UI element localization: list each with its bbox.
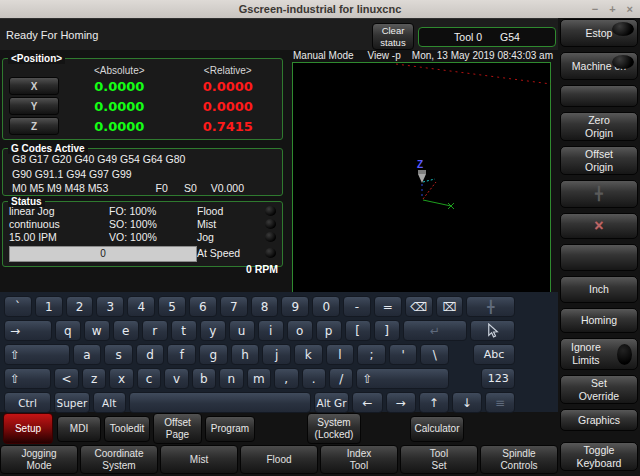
- axis-y-button[interactable]: Y: [9, 97, 59, 115]
- key-b[interactable]: b: [192, 368, 216, 389]
- key-slash[interactable]: /: [329, 368, 353, 389]
- key-2[interactable]: 2: [66, 296, 94, 317]
- key-e[interactable]: e: [113, 320, 139, 341]
- flood-button[interactable]: Flood: [240, 445, 318, 474]
- key-f[interactable]: f: [167, 344, 196, 365]
- sidebar-button-inch[interactable]: Inch: [560, 276, 638, 303]
- key-p[interactable]: p: [316, 320, 342, 341]
- key-d[interactable]: d: [136, 344, 165, 365]
- key-5[interactable]: 5: [158, 296, 186, 317]
- key-arrow-left[interactable]: ←: [352, 392, 382, 413]
- key-menu[interactable]: ≡: [485, 392, 515, 413]
- key-z[interactable]: z: [82, 368, 106, 389]
- sidebar-button-offset-origin[interactable]: Offset Origin: [560, 146, 638, 175]
- key-shift[interactable]: ⇧: [4, 368, 51, 389]
- key-y[interactable]: y: [200, 320, 226, 341]
- key-t[interactable]: t: [171, 320, 197, 341]
- key-period[interactable]: .: [302, 368, 326, 389]
- key-alt[interactable]: Alt: [93, 392, 126, 413]
- minimize-icon[interactable]: −: [592, 3, 598, 15]
- key-123[interactable]: 123: [481, 368, 514, 389]
- key-comma[interactable]: ,: [274, 368, 298, 389]
- key-symbol[interactable]: Alt Gr: [314, 392, 350, 413]
- key-cursor[interactable]: [470, 320, 515, 341]
- key-arrow-right[interactable]: →: [386, 392, 416, 413]
- key-delete[interactable]: ⌧: [436, 296, 464, 317]
- key-s[interactable]: s: [104, 344, 133, 365]
- sidebar-button-ignore-limits[interactable]: Ignore Limits: [560, 338, 638, 370]
- key-space[interactable]: [129, 392, 311, 413]
- key-4[interactable]: 4: [127, 296, 155, 317]
- key-h[interactable]: h: [231, 344, 260, 365]
- calculator-button[interactable]: Calculator: [410, 416, 464, 442]
- key-ctrl[interactable]: Ctrl: [4, 392, 51, 413]
- index-tool-button[interactable]: Index Tool: [320, 445, 398, 474]
- coordinate-system-button[interactable]: Coordinate System: [80, 445, 158, 474]
- key-o[interactable]: o: [287, 320, 313, 341]
- key-caps-lock[interactable]: ⇧: [4, 344, 70, 365]
- key-arrow-down[interactable]: ↓: [452, 392, 482, 413]
- sidebar-button-zero-origin[interactable]: Zero Origin: [560, 112, 638, 141]
- tooledit-button[interactable]: Tooledit: [104, 416, 150, 442]
- sidebar-button-blank-2[interactable]: [560, 244, 638, 271]
- key-equals[interactable]: =: [374, 296, 402, 317]
- system-button[interactable]: System (Locked): [307, 413, 361, 444]
- key-semicolon[interactable]: ;: [357, 344, 386, 365]
- close-icon[interactable]: ×: [627, 3, 633, 15]
- key-abc[interactable]: Abc: [473, 344, 515, 365]
- key-v[interactable]: v: [164, 368, 188, 389]
- key-q[interactable]: q: [55, 320, 81, 341]
- key-super[interactable]: Super: [54, 392, 90, 413]
- axis-z-button[interactable]: Z: [9, 117, 59, 135]
- sidebar-button-estop[interactable]: Estop: [560, 19, 638, 47]
- sidebar-button-homing[interactable]: Homing: [560, 308, 638, 333]
- mdi-button[interactable]: MDI: [57, 416, 101, 442]
- key-shift[interactable]: ⇧: [356, 368, 448, 389]
- clear-status-button[interactable]: Clear status: [372, 23, 414, 50]
- spindle-controls-button[interactable]: Spindle Controls: [480, 445, 558, 474]
- key-1[interactable]: 1: [35, 296, 63, 317]
- key-9[interactable]: 9: [281, 296, 309, 317]
- key-x[interactable]: x: [109, 368, 133, 389]
- key-apostrophe[interactable]: ': [389, 344, 418, 365]
- key-minus[interactable]: -: [343, 296, 371, 317]
- key-enter[interactable]: ↵: [403, 320, 467, 341]
- key-bracket-right[interactable]: ]: [374, 320, 400, 341]
- key-backtick[interactable]: `: [4, 296, 32, 317]
- key-backspace[interactable]: ⌫: [405, 296, 433, 317]
- tool-set-button[interactable]: Tool Set: [400, 445, 478, 474]
- gremlin-3d-view[interactable]: Z: [292, 62, 551, 293]
- program-button[interactable]: Program: [205, 416, 255, 442]
- sidebar-button-cancel[interactable]: ×: [560, 213, 638, 239]
- key-a[interactable]: a: [73, 344, 102, 365]
- key-move[interactable]: ╋: [466, 296, 515, 317]
- maximize-icon[interactable]: +: [609, 3, 615, 15]
- key-6[interactable]: 6: [189, 296, 217, 317]
- sidebar-button-toggle-keyboard[interactable]: Toggle Keyboard: [560, 442, 638, 471]
- key-l[interactable]: l: [326, 344, 355, 365]
- key-7[interactable]: 7: [220, 296, 248, 317]
- key-n[interactable]: n: [219, 368, 243, 389]
- sidebar-button-blank-1[interactable]: [560, 85, 638, 107]
- key-0[interactable]: 0: [312, 296, 340, 317]
- key-c[interactable]: c: [137, 368, 161, 389]
- key-r[interactable]: r: [142, 320, 168, 341]
- key-j[interactable]: j: [262, 344, 291, 365]
- sidebar-button-move[interactable]: ╋: [560, 180, 638, 208]
- key-tab[interactable]: →: [4, 320, 52, 341]
- axis-x-button[interactable]: X: [9, 77, 59, 95]
- sidebar-button-graphics[interactable]: Graphics: [560, 409, 638, 431]
- key-8[interactable]: 8: [251, 296, 279, 317]
- key-bracket-left[interactable]: [: [345, 320, 371, 341]
- sidebar-button-machine-on[interactable]: Machine on: [560, 52, 638, 80]
- key-g[interactable]: g: [199, 344, 228, 365]
- key-i[interactable]: i: [258, 320, 284, 341]
- jogging-mode-button[interactable]: Jogging Mode: [0, 445, 78, 474]
- key-less-than[interactable]: <: [54, 368, 78, 389]
- key-k[interactable]: k: [294, 344, 323, 365]
- key-arrow-up[interactable]: ↑: [419, 392, 449, 413]
- key-backslash[interactable]: \: [420, 344, 449, 365]
- setup-button[interactable]: Setup: [3, 413, 53, 444]
- key-3[interactable]: 3: [96, 296, 124, 317]
- key-u[interactable]: u: [229, 320, 255, 341]
